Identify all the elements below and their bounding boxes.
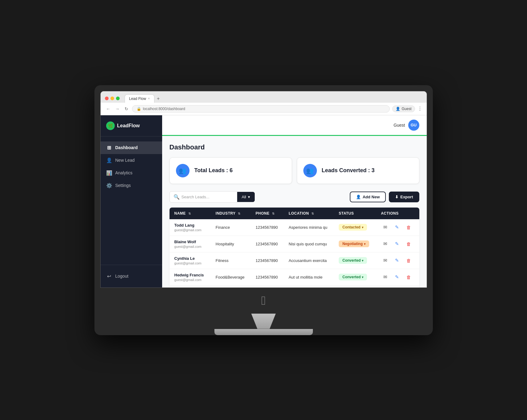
cell-actions: ✉ ✎ 🗑 <box>376 269 419 285</box>
status-dropdown-icon[interactable]: ▾ <box>364 242 365 246</box>
address-bar[interactable]: 🔒 localhost:8000/dashboard <box>132 105 390 113</box>
active-tab[interactable]: Lead Flow × <box>125 94 154 103</box>
browser-menu-button[interactable]: ⋮ <box>417 106 422 112</box>
sidebar: 🌿 LeadFlow ⊞ Dashboard 👤 New Lead 📊 <box>101 115 162 287</box>
sidebar-item-settings-label: Settings <box>115 183 131 188</box>
tab-close-button[interactable]: × <box>148 97 150 100</box>
add-new-label: Add New <box>363 195 380 199</box>
email-action-button[interactable]: ✉ <box>381 256 389 265</box>
col-status: STATUS <box>334 208 376 219</box>
cell-name: Hedwig Francis guest@gmail.com <box>170 269 211 285</box>
edit-action-button[interactable]: ✎ <box>393 256 401 265</box>
total-leads-icon: 👥 <box>176 164 190 177</box>
cell-location: Qui aut velit deleni <box>284 285 334 287</box>
action-buttons: 👤 Add New ⬇ Export <box>350 192 419 202</box>
apple-logo:  <box>255 287 272 314</box>
export-icon: ⬇ <box>395 195 398 199</box>
col-location[interactable]: LOCATION ⇅ <box>284 208 334 219</box>
col-industry[interactable]: INDUSTRY ⇅ <box>211 208 251 219</box>
cell-phone: 1234567890 <box>251 252 284 269</box>
status-badge[interactable]: Converted ▾ <box>339 257 367 264</box>
cell-actions: ✉ ✎ 🗑 <box>376 285 419 287</box>
page-title: Dashboard <box>170 143 419 151</box>
search-icon: 🔍 <box>174 194 180 200</box>
reload-button[interactable]: ↻ <box>123 106 130 112</box>
export-button[interactable]: ⬇ Export <box>389 192 419 202</box>
status-badge[interactable]: Negotiating ▾ <box>339 240 369 247</box>
maximize-button[interactable] <box>116 97 120 100</box>
delete-action-button[interactable]: 🗑 <box>404 273 413 281</box>
cell-location: Nisi quis quod cumqu <box>284 236 334 252</box>
cell-industry: Finance <box>211 219 251 236</box>
address-text: localhost:8000/dashboard <box>143 107 185 111</box>
add-new-button[interactable]: 👤 Add New <box>350 192 386 202</box>
table-row: Regan Hodges guest@gmail.com Food&Bevera… <box>170 285 419 287</box>
sidebar-item-new-lead-label: New Lead <box>115 158 135 163</box>
status-dropdown-icon[interactable]: ▾ <box>362 226 363 229</box>
cell-location: Accusantium exercita <box>284 252 334 269</box>
cell-name: Cynthia Le guest@gmail.com <box>170 252 211 269</box>
sidebar-item-new-lead[interactable]: 👤 New Lead <box>101 154 162 167</box>
cell-phone: 1234567890 <box>251 236 284 252</box>
monitor-neck <box>233 314 294 329</box>
col-actions: ACTIONS <box>376 208 419 219</box>
back-button[interactable]: ← <box>105 106 112 112</box>
search-box[interactable]: 🔍 Search Leads... <box>170 191 237 203</box>
minimize-button[interactable] <box>110 97 114 100</box>
export-label: Export <box>400 195 413 199</box>
email-action-button[interactable]: ✉ <box>381 240 389 248</box>
filter-label: All <box>242 195 246 199</box>
status-badge[interactable]: Converted ▾ <box>339 274 367 280</box>
table-toolbar: 🔍 Search Leads... All ▾ 👤 Add Ne <box>170 191 419 203</box>
table-row: Todd Lang guest@gmail.com Finance 123456… <box>170 219 419 236</box>
table-row: Blaine Wolf guest@gmail.com Hospitality … <box>170 236 419 252</box>
email-action-button[interactable]: ✉ <box>381 223 389 232</box>
col-name[interactable]: NAME ⇅ <box>170 208 211 219</box>
cell-phone: 1234567890 <box>251 269 284 285</box>
delete-action-button[interactable]: 🗑 <box>404 240 413 248</box>
cell-location: Aut ut mollitia mole <box>284 269 334 285</box>
status-dropdown-icon[interactable]: ▾ <box>362 275 363 279</box>
table-row: Hedwig Francis guest@gmail.com Food&Beve… <box>170 269 419 285</box>
guest-chip: 👤 Guest <box>392 105 415 112</box>
sidebar-item-dashboard[interactable]: ⊞ Dashboard <box>101 141 162 154</box>
settings-icon: ⚙️ <box>106 183 112 188</box>
delete-action-button[interactable]: 🗑 <box>404 256 413 265</box>
sidebar-item-logout[interactable]: ↩ Logout <box>101 270 162 283</box>
sidebar-item-analytics-label: Analytics <box>115 170 133 175</box>
user-name: Guest <box>393 123 405 128</box>
topbar: Guest GU <box>162 115 427 136</box>
avatar: GU <box>408 120 419 131</box>
cell-name: Todd Lang guest@gmail.com <box>170 219 211 236</box>
sidebar-item-analytics[interactable]: 📊 Analytics <box>101 167 162 179</box>
edit-action-button[interactable]: ✎ <box>393 240 401 248</box>
delete-action-button[interactable]: 🗑 <box>404 223 413 232</box>
forward-button[interactable]: → <box>114 106 121 112</box>
cell-industry: Food&Beverage <box>211 285 251 287</box>
status-dropdown-icon[interactable]: ▾ <box>362 259 363 262</box>
edit-action-button[interactable]: ✎ <box>393 223 401 232</box>
edit-action-button[interactable]: ✎ <box>393 273 401 281</box>
dashboard-icon: ⊞ <box>106 145 112 151</box>
converted-leads-card: 👥 Leads Converted : 3 <box>297 157 419 184</box>
converted-leads-label: Leads Converted : 3 <box>322 167 375 174</box>
logo: 🌿 LeadFlow <box>101 115 162 137</box>
filter-dropdown[interactable]: All ▾ <box>237 192 255 202</box>
cell-status: Converted ▾ <box>334 252 376 269</box>
close-button[interactable] <box>105 97 109 100</box>
main-content: Guest GU Dashboard 👥 Total Leads : 6 👥 <box>162 115 427 287</box>
status-badge[interactable]: Contacted ▾ <box>339 224 367 231</box>
email-action-button[interactable]: ✉ <box>381 273 389 281</box>
new-tab-button[interactable]: + <box>154 95 162 103</box>
cell-industry: Fitness <box>211 252 251 269</box>
leads-table: NAME ⇅ INDUSTRY ⇅ PHONE ⇅ LOCATION ⇅ STA… <box>170 208 419 287</box>
stats-row: 👥 Total Leads : 6 👥 Leads Converted : 3 <box>170 157 419 184</box>
cell-industry: Food&Beverage <box>211 269 251 285</box>
search-input[interactable]: Search Leads... <box>182 195 210 199</box>
tab-title: Lead Flow <box>129 97 146 101</box>
cell-status: Converted ▾ <box>334 269 376 285</box>
sidebar-item-settings[interactable]: ⚙️ Settings <box>101 179 162 192</box>
logo-icon: 🌿 <box>106 121 115 130</box>
new-lead-icon: 👤 <box>106 157 112 163</box>
col-phone[interactable]: PHONE ⇅ <box>251 208 284 219</box>
